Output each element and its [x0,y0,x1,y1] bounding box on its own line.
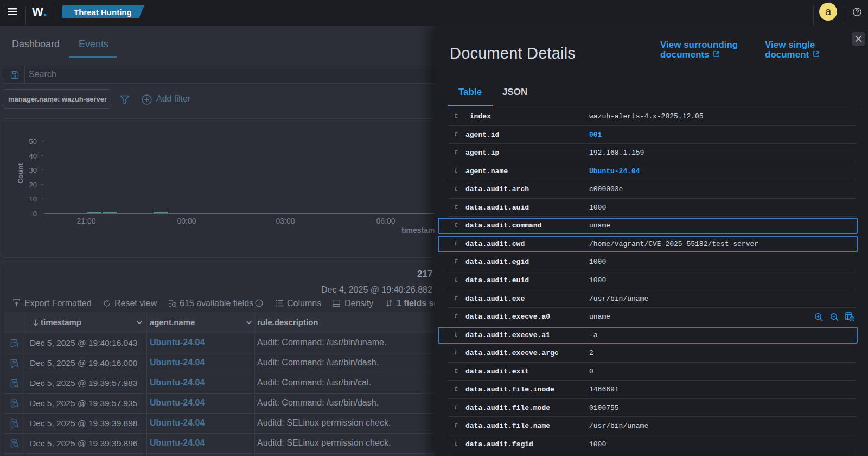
svg-text:i: i [259,301,260,306]
